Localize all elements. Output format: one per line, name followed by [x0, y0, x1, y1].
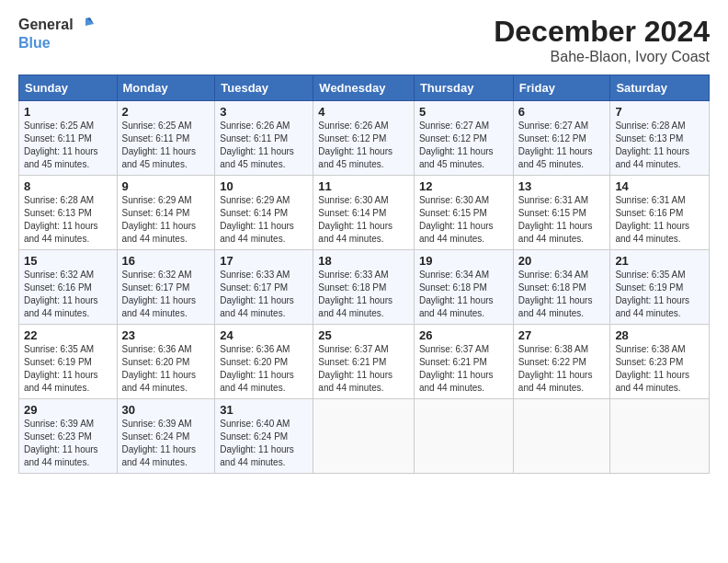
table-row — [414, 399, 513, 474]
table-row: 8Sunrise: 6:28 AM Sunset: 6:13 PM Daylig… — [19, 176, 118, 250]
day-number: 21 — [615, 254, 704, 268]
day-number: 18 — [318, 254, 409, 268]
day-info: Sunrise: 6:29 AM Sunset: 6:14 PM Dayligh… — [122, 194, 210, 246]
table-row: 5Sunrise: 6:27 AM Sunset: 6:12 PM Daylig… — [414, 101, 513, 176]
header: General Blue December 2024 Bahe-Blaon, I… — [18, 15, 710, 65]
col-tuesday: Tuesday — [215, 75, 313, 101]
day-number: 28 — [615, 328, 704, 342]
day-number: 10 — [220, 179, 308, 193]
table-row: 15Sunrise: 6:32 AM Sunset: 6:16 PM Dayli… — [19, 250, 118, 325]
day-number: 17 — [220, 254, 308, 268]
calendar-table: Sunday Monday Tuesday Wednesday Thursday… — [18, 75, 710, 474]
table-row: 30Sunrise: 6:39 AM Sunset: 6:24 PM Dayli… — [117, 399, 215, 474]
day-info: Sunrise: 6:26 AM Sunset: 6:11 PM Dayligh… — [220, 120, 308, 171]
day-number: 4 — [318, 105, 409, 119]
day-number: 13 — [518, 179, 606, 193]
calendar-week-row: 1Sunrise: 6:25 AM Sunset: 6:11 PM Daylig… — [19, 101, 710, 176]
table-row: 11Sunrise: 6:30 AM Sunset: 6:14 PM Dayli… — [313, 176, 415, 250]
day-info: Sunrise: 6:27 AM Sunset: 6:12 PM Dayligh… — [419, 120, 508, 171]
logo-general: General — [18, 17, 74, 33]
day-number: 7 — [615, 105, 704, 119]
col-wednesday: Wednesday — [313, 75, 415, 101]
title-block: December 2024 Bahe-Blaon, Ivory Coast — [494, 15, 710, 65]
table-row: 28Sunrise: 6:38 AM Sunset: 6:23 PM Dayli… — [610, 325, 710, 399]
day-info: Sunrise: 6:25 AM Sunset: 6:11 PM Dayligh… — [24, 120, 112, 171]
day-info: Sunrise: 6:39 AM Sunset: 6:23 PM Dayligh… — [24, 418, 112, 469]
day-number: 14 — [615, 179, 704, 193]
day-info: Sunrise: 6:38 AM Sunset: 6:23 PM Dayligh… — [615, 343, 704, 395]
day-number: 31 — [220, 403, 308, 417]
table-row: 12Sunrise: 6:30 AM Sunset: 6:15 PM Dayli… — [414, 176, 513, 250]
calendar-week-row: 22Sunrise: 6:35 AM Sunset: 6:19 PM Dayli… — [19, 325, 710, 399]
day-info: Sunrise: 6:37 AM Sunset: 6:21 PM Dayligh… — [318, 343, 409, 395]
calendar-week-row: 15Sunrise: 6:32 AM Sunset: 6:16 PM Dayli… — [19, 250, 710, 325]
day-info: Sunrise: 6:30 AM Sunset: 6:15 PM Dayligh… — [419, 194, 508, 246]
table-row: 19Sunrise: 6:34 AM Sunset: 6:18 PM Dayli… — [414, 250, 513, 325]
table-row — [610, 399, 710, 474]
day-info: Sunrise: 6:39 AM Sunset: 6:24 PM Dayligh… — [122, 418, 210, 469]
table-row: 4Sunrise: 6:26 AM Sunset: 6:12 PM Daylig… — [313, 101, 415, 176]
day-number: 30 — [122, 403, 210, 417]
day-info: Sunrise: 6:38 AM Sunset: 6:22 PM Dayligh… — [518, 343, 606, 395]
day-number: 11 — [318, 179, 409, 193]
day-number: 23 — [122, 328, 210, 342]
day-info: Sunrise: 6:40 AM Sunset: 6:24 PM Dayligh… — [220, 418, 308, 469]
col-monday: Monday — [117, 75, 215, 101]
day-number: 2 — [122, 105, 210, 119]
table-row: 24Sunrise: 6:36 AM Sunset: 6:20 PM Dayli… — [215, 325, 313, 399]
day-info: Sunrise: 6:28 AM Sunset: 6:13 PM Dayligh… — [24, 194, 112, 246]
table-row: 17Sunrise: 6:33 AM Sunset: 6:17 PM Dayli… — [215, 250, 313, 325]
day-info: Sunrise: 6:32 AM Sunset: 6:17 PM Dayligh… — [122, 269, 210, 320]
table-row: 6Sunrise: 6:27 AM Sunset: 6:12 PM Daylig… — [513, 101, 610, 176]
page: General Blue December 2024 Bahe-Blaon, I… — [0, 0, 728, 563]
day-number: 3 — [220, 105, 308, 119]
col-sunday: Sunday — [19, 75, 118, 101]
day-info: Sunrise: 6:37 AM Sunset: 6:21 PM Dayligh… — [419, 343, 508, 395]
day-number: 16 — [122, 254, 210, 268]
day-number: 24 — [220, 328, 308, 342]
table-row: 26Sunrise: 6:37 AM Sunset: 6:21 PM Dayli… — [414, 325, 513, 399]
table-row: 16Sunrise: 6:32 AM Sunset: 6:17 PM Dayli… — [117, 250, 215, 325]
table-row: 31Sunrise: 6:40 AM Sunset: 6:24 PM Dayli… — [215, 399, 313, 474]
day-number: 29 — [24, 403, 112, 417]
day-info: Sunrise: 6:30 AM Sunset: 6:14 PM Dayligh… — [318, 194, 409, 246]
day-number: 26 — [419, 328, 508, 342]
logo-bird-icon — [75, 15, 96, 35]
day-info: Sunrise: 6:28 AM Sunset: 6:13 PM Dayligh… — [615, 120, 704, 171]
day-number: 22 — [24, 328, 112, 342]
day-number: 1 — [24, 105, 112, 119]
day-number: 25 — [318, 328, 409, 342]
table-row: 9Sunrise: 6:29 AM Sunset: 6:14 PM Daylig… — [117, 176, 215, 250]
day-info: Sunrise: 6:35 AM Sunset: 6:19 PM Dayligh… — [615, 269, 704, 320]
table-row: 27Sunrise: 6:38 AM Sunset: 6:22 PM Dayli… — [513, 325, 610, 399]
day-info: Sunrise: 6:29 AM Sunset: 6:14 PM Dayligh… — [220, 194, 308, 246]
day-info: Sunrise: 6:31 AM Sunset: 6:15 PM Dayligh… — [518, 194, 606, 246]
calendar-week-row: 8Sunrise: 6:28 AM Sunset: 6:13 PM Daylig… — [19, 176, 710, 250]
table-row — [513, 399, 610, 474]
table-row: 14Sunrise: 6:31 AM Sunset: 6:16 PM Dayli… — [610, 176, 710, 250]
col-saturday: Saturday — [610, 75, 710, 101]
table-row: 18Sunrise: 6:33 AM Sunset: 6:18 PM Dayli… — [313, 250, 415, 325]
table-row: 21Sunrise: 6:35 AM Sunset: 6:19 PM Dayli… — [610, 250, 710, 325]
day-info: Sunrise: 6:31 AM Sunset: 6:16 PM Dayligh… — [615, 194, 704, 246]
day-number: 9 — [122, 179, 210, 193]
day-info: Sunrise: 6:36 AM Sunset: 6:20 PM Dayligh… — [122, 343, 210, 395]
day-number: 20 — [518, 254, 606, 268]
day-info: Sunrise: 6:35 AM Sunset: 6:19 PM Dayligh… — [24, 343, 112, 395]
day-info: Sunrise: 6:25 AM Sunset: 6:11 PM Dayligh… — [122, 120, 210, 171]
logo-blue: Blue — [18, 35, 51, 52]
day-info: Sunrise: 6:26 AM Sunset: 6:12 PM Dayligh… — [318, 120, 409, 171]
table-row: 10Sunrise: 6:29 AM Sunset: 6:14 PM Dayli… — [215, 176, 313, 250]
day-info: Sunrise: 6:34 AM Sunset: 6:18 PM Dayligh… — [518, 269, 606, 320]
table-row: 22Sunrise: 6:35 AM Sunset: 6:19 PM Dayli… — [19, 325, 118, 399]
table-row: 25Sunrise: 6:37 AM Sunset: 6:21 PM Dayli… — [313, 325, 415, 399]
day-number: 15 — [24, 254, 112, 268]
day-number: 5 — [419, 105, 508, 119]
day-info: Sunrise: 6:27 AM Sunset: 6:12 PM Dayligh… — [518, 120, 606, 171]
main-title: December 2024 — [494, 15, 710, 49]
day-info: Sunrise: 6:36 AM Sunset: 6:20 PM Dayligh… — [220, 343, 308, 395]
table-row: 20Sunrise: 6:34 AM Sunset: 6:18 PM Dayli… — [513, 250, 610, 325]
day-number: 27 — [518, 328, 606, 342]
table-row: 2Sunrise: 6:25 AM Sunset: 6:11 PM Daylig… — [117, 101, 215, 176]
table-row — [313, 399, 415, 474]
